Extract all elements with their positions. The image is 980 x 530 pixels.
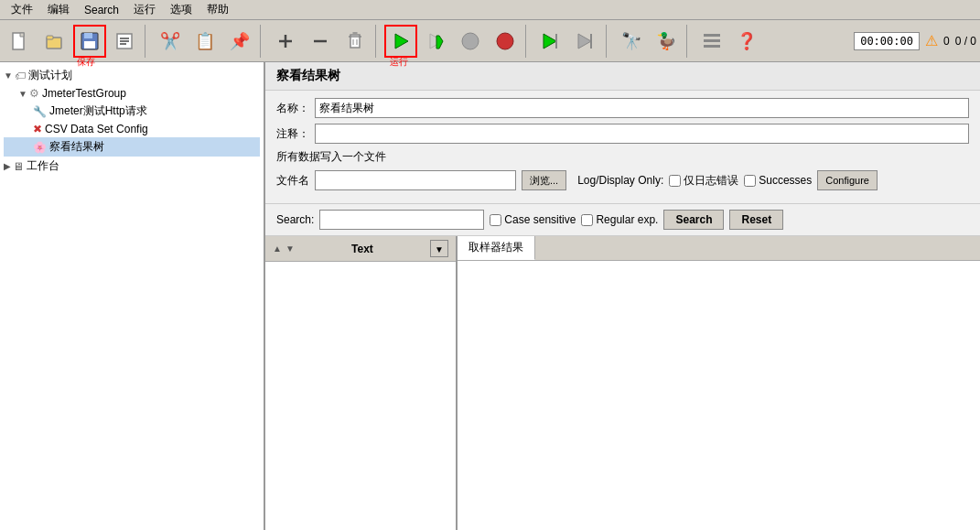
run-button[interactable]: 运行 [384, 25, 417, 58]
help-button[interactable]: ❓ [730, 25, 763, 58]
remote-stop-button[interactable] [569, 25, 602, 58]
result-tree-icon: 🌸 [33, 141, 47, 154]
test-plan-label: 测试计划 [28, 68, 72, 83]
sidebar-item-http-request[interactable]: 🔧 Jmeter测试Http请求 [4, 102, 260, 121]
comment-input[interactable] [315, 124, 969, 144]
edit-button[interactable] [108, 25, 141, 58]
case-sensitive-checkbox[interactable] [490, 214, 501, 226]
sidebar: ▼ 🏷 测试计划 ▼ ⚙ JmeterTestGroup 🔧 Jmeter测试H… [0, 62, 265, 530]
successes-checkbox[interactable] [744, 175, 756, 187]
left-results-panel: ▲ ▼ Text ▼ [265, 236, 458, 530]
warning-icon: ⚠ [925, 32, 938, 49]
main-layout: ▼ 🏷 测试计划 ▼ ⚙ JmeterTestGroup 🔧 Jmeter测试H… [0, 62, 980, 530]
only-errors-label: 仅日志错误 [684, 173, 738, 189]
save-button[interactable]: 保存 [73, 25, 106, 58]
file-label: 文件名 [276, 173, 309, 189]
remove-button[interactable] [304, 25, 337, 58]
test-plan-icon: 🏷 [15, 70, 26, 82]
copy-button[interactable]: 📋 [188, 25, 221, 58]
cut-button[interactable]: ✂️ [154, 25, 187, 58]
new-button[interactable] [4, 25, 37, 58]
comment-row: 注释： [276, 124, 969, 144]
kill-button[interactable] [489, 25, 522, 58]
open-button[interactable] [38, 25, 71, 58]
all-data-text: 所有数据写入一个文件 [276, 149, 969, 165]
add-button[interactable] [269, 25, 302, 58]
sampler-results-tab[interactable]: 取样器结果 [458, 236, 535, 260]
search-button[interactable]: Search [663, 210, 724, 230]
menu-options[interactable]: 选项 [163, 0, 199, 19]
csv-config-icon: ✖ [33, 123, 42, 135]
log-display-label: Log/Display Only: [577, 174, 663, 187]
panel-title: 察看结果树 [276, 68, 340, 82]
panel-header: 察看结果树 [265, 62, 980, 91]
timer-box: 00:00:00 [854, 32, 920, 50]
left-header-label: Text [351, 243, 373, 255]
name-input[interactable] [315, 98, 969, 118]
file-input[interactable] [315, 170, 516, 190]
svg-marker-20 [544, 34, 556, 49]
all-data-label: 所有数据写入一个文件 [276, 150, 386, 163]
sidebar-item-result-tree[interactable]: 🌸 察看结果树 [4, 137, 260, 157]
csv-config-label: CSV Data Set Config [45, 123, 148, 135]
comment-label: 注释： [276, 126, 309, 142]
separator-2 [260, 25, 265, 58]
menu-file[interactable]: 文件 [4, 0, 40, 19]
successes-label: Successes [759, 174, 812, 187]
separator-3 [375, 25, 381, 58]
configure-button[interactable]: Configure [817, 170, 878, 190]
case-sensitive-label: Case sensitive [504, 213, 576, 226]
http-request-label: Jmeter测试Http请求 [49, 103, 147, 119]
right-results-panel: 取样器结果 [458, 236, 980, 530]
expand-arrow-jmeter-group[interactable]: ▼ [18, 89, 27, 99]
scroll-up-icon[interactable]: ▲ [273, 243, 282, 254]
name-row: 名称： [276, 98, 969, 118]
svg-marker-22 [578, 34, 591, 49]
scroll-down-icon[interactable]: ▼ [285, 243, 295, 254]
case-sensitive-wrapper[interactable]: Case sensitive [490, 213, 576, 226]
reset-button[interactable]: Reset [729, 210, 783, 230]
expand-arrow-workbench[interactable]: ▶ [4, 161, 11, 171]
clear-button[interactable] [339, 25, 372, 58]
svg-rect-4 [84, 33, 92, 38]
list-button[interactable] [695, 25, 728, 58]
left-results-header: ▲ ▼ Text ▼ [265, 236, 456, 262]
regex-checkbox[interactable] [581, 214, 593, 226]
paste-button[interactable]: 📌 [223, 25, 256, 58]
sidebar-item-workbench[interactable]: ▶ 🖥 工作台 [4, 157, 260, 176]
svg-point-19 [497, 33, 513, 49]
form-area: 名称： 注释： 所有数据写入一个文件 文件名 浏览... Log/Display… [265, 91, 980, 204]
right-tab-bar: 取样器结果 [458, 236, 980, 261]
pause-button[interactable] [454, 25, 487, 58]
svg-point-18 [462, 33, 479, 49]
stop-button[interactable] [419, 25, 452, 58]
svg-rect-26 [704, 45, 720, 48]
menu-search[interactable]: Search [77, 2, 126, 18]
dropdown-arrow-icon: ▼ [435, 244, 444, 254]
menu-edit[interactable]: 编辑 [40, 0, 77, 19]
sidebar-item-jmeter-group[interactable]: ▼ ⚙ JmeterTestGroup [4, 85, 260, 102]
menu-run[interactable]: 运行 [126, 0, 163, 19]
jmeter-group-icon: ⚙ [29, 87, 39, 100]
search-label: Search: [276, 213, 314, 226]
run-label: 运行 [390, 56, 408, 69]
expand-arrow-test-plan[interactable]: ▼ [4, 70, 13, 81]
sidebar-item-csv-config[interactable]: ✖ CSV Data Set Config [4, 121, 260, 137]
content-panel: 察看结果树 名称： 注释： 所有数据写入一个文件 文件名 浏览... [265, 62, 980, 530]
sidebar-item-test-plan[interactable]: ▼ 🏷 测试计划 [4, 66, 260, 85]
browse-button[interactable]: 浏览... [522, 170, 566, 190]
remote-run-button[interactable] [534, 25, 567, 58]
successes-checkbox-wrapper[interactable]: Successes [744, 174, 812, 187]
name-label: 名称： [276, 101, 309, 116]
only-errors-checkbox[interactable] [669, 175, 681, 187]
only-errors-checkbox-wrapper[interactable]: 仅日志错误 [669, 173, 738, 189]
search-input[interactable] [319, 210, 484, 230]
file-and-log-row: 文件名 浏览... Log/Display Only: 仅日志错误 Succes… [276, 170, 969, 190]
jmeter-group-label: JmeterTestGroup [42, 87, 126, 100]
left-dropdown-button[interactable]: ▼ [430, 240, 448, 257]
duck-button[interactable]: 🦆 [650, 25, 683, 58]
separator-4 [525, 25, 531, 58]
menu-help[interactable]: 帮助 [199, 0, 236, 19]
regex-wrapper[interactable]: Regular exp. [581, 213, 658, 226]
binoculars-button[interactable]: 🔭 [615, 25, 648, 58]
